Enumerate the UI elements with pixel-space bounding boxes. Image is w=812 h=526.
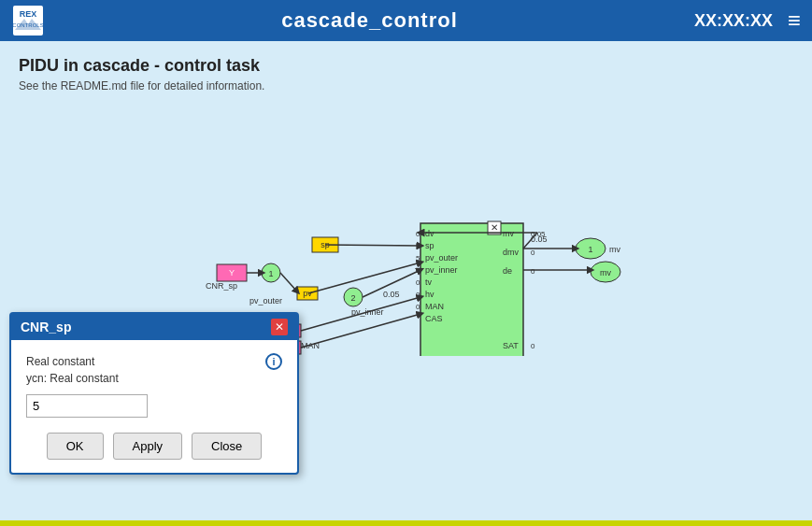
dialog-info-row: Real constant ycn: Real constant i	[26, 353, 282, 387]
rex-logo-icon: REX CONTROLS	[11, 4, 45, 37]
svg-text:✕: ✕	[491, 222, 498, 233]
svg-text:0: 0	[531, 267, 535, 276]
svg-text:dmv: dmv	[503, 248, 520, 257]
main-content: PIDU in cascade - control task See the R…	[0, 41, 812, 526]
svg-text:MAN: MAN	[425, 302, 444, 311]
svg-text:0: 0	[416, 303, 420, 311]
svg-text:pv_outer: pv_outer	[425, 253, 458, 263]
svg-text:0.05: 0.05	[531, 235, 548, 244]
svg-text:mv: mv	[503, 229, 514, 238]
svg-line-66	[301, 314, 420, 348]
svg-text:sp: sp	[425, 241, 434, 250]
dialog-description: Real constant ycn: Real constant	[26, 353, 119, 387]
svg-text:Y: Y	[229, 268, 235, 277]
apply-button[interactable]: Apply	[113, 433, 183, 460]
svg-text:CNR_sp: CNR_sp	[206, 281, 237, 291]
svg-text:1: 1	[588, 245, 592, 254]
menu-icon[interactable]: ≡	[788, 7, 801, 34]
svg-text:0.05: 0.05	[383, 290, 400, 299]
clock-display: XX:XX:XX	[694, 11, 773, 31]
dialog-close-button[interactable]: ✕	[271, 319, 288, 335]
svg-text:2: 2	[350, 293, 355, 303]
svg-text:REX: REX	[20, 9, 37, 19]
svg-text:hv: hv	[425, 290, 434, 299]
svg-rect-5	[420, 223, 523, 356]
svg-text:de: de	[503, 266, 512, 276]
page-subtitle: See the README.md file for detailed info…	[19, 79, 793, 92]
bottom-bar	[0, 520, 812, 526]
svg-text:pv_outer: pv_outer	[249, 296, 282, 306]
header: REX CONTROLS REX CONTROLS cascade_contro…	[0, 0, 812, 41]
dialog-header: CNR_sp ✕	[11, 314, 297, 340]
svg-line-61	[280, 273, 297, 291]
dialog-buttons: OK Apply Close	[26, 433, 282, 460]
svg-text:0: 0	[416, 278, 420, 287]
header-right: XX:XX:XX ≡	[694, 7, 801, 34]
page-title: PIDU in cascade - control task	[19, 56, 793, 76]
info-icon[interactable]: i	[265, 353, 282, 370]
svg-text:0: 0	[531, 249, 535, 257]
diagram-area: CASC dv sp pv_outer pv_inner tv hv MAN C…	[19, 104, 793, 347]
dialog-body: Real constant ycn: Real constant i OK Ap…	[11, 340, 297, 473]
svg-text:dv: dv	[425, 229, 434, 238]
dialog-cnr-sp: CNR_sp ✕ Real constant ycn: Real constan…	[9, 312, 299, 475]
close-button[interactable]: Close	[192, 433, 262, 460]
svg-text:5: 5	[416, 254, 420, 263]
svg-text:0: 0	[416, 230, 420, 238]
svg-text:mv: mv	[609, 245, 620, 254]
svg-text:SAT: SAT	[503, 341, 519, 350]
value-input[interactable]	[26, 394, 148, 418]
ok-button[interactable]: OK	[47, 433, 104, 460]
svg-text:pv_inner: pv_inner	[425, 265, 458, 275]
logo: REX CONTROLS REX CONTROLS	[11, 4, 45, 37]
svg-text:CAS: CAS	[425, 314, 443, 323]
svg-text:tv: tv	[425, 277, 433, 287]
svg-text:mv: mv	[600, 268, 611, 277]
svg-text:0: 0	[531, 342, 535, 350]
page-title-header: cascade_control	[281, 8, 458, 33]
svg-line-63	[325, 245, 420, 246]
svg-text:1: 1	[268, 269, 273, 278]
dialog-title: CNR_sp	[21, 320, 71, 334]
